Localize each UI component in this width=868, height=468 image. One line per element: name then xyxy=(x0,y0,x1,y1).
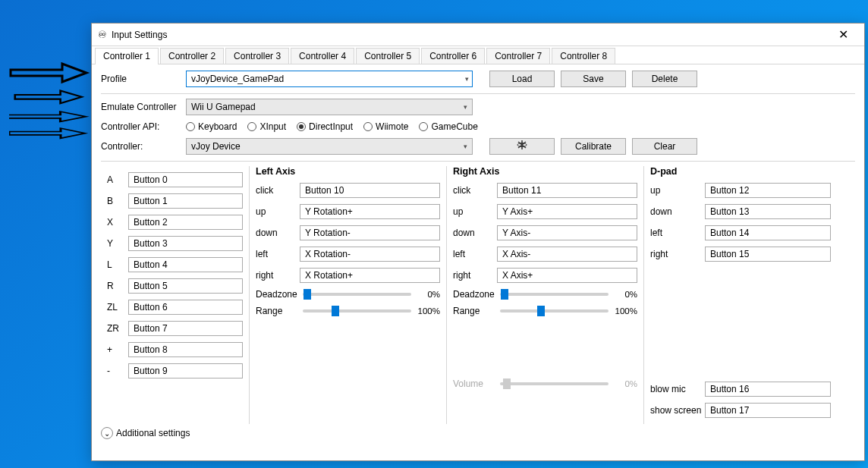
right-axis-binding-down[interactable]: Y Axis- xyxy=(497,225,637,240)
profile-input[interactable] xyxy=(190,73,465,85)
right-axis-binding-right[interactable]: X Axis+ xyxy=(497,268,637,283)
chevron-down-icon: ▾ xyxy=(464,143,467,150)
binding-label: up xyxy=(650,185,705,196)
binding-row: downButton 13 xyxy=(650,204,831,219)
binding-label: down xyxy=(256,228,300,238)
right-range-slider[interactable]: Range 100% xyxy=(453,306,637,316)
binding-box-zr[interactable]: Button 7 xyxy=(128,321,243,336)
left-axis-binding-down[interactable]: Y Rotation- xyxy=(300,225,440,240)
binding-row: rightX Axis+ xyxy=(453,268,637,283)
right-axis-binding-left[interactable]: X Axis- xyxy=(497,247,637,262)
controller-combobox[interactable]: vJoy Device ▾ xyxy=(186,138,473,155)
binding-box-+[interactable]: Button 8 xyxy=(128,342,243,357)
binding-label: left xyxy=(650,228,705,238)
binding-box-a[interactable]: Button 0 xyxy=(128,172,243,187)
controller-row: Controller: vJoy Device ▾ Calibrate Clea… xyxy=(101,138,855,155)
binding-row: AButton 0 xyxy=(107,172,243,187)
window-title: Input Settings xyxy=(112,30,828,40)
tab-controller-7[interactable]: Controller 7 xyxy=(486,48,550,64)
tab-controller-4[interactable]: Controller 4 xyxy=(291,48,354,64)
binding-label: right xyxy=(256,270,300,281)
dpad-column: D-pad upButton 12downButton 13leftButton… xyxy=(643,166,837,424)
right-deadzone-slider[interactable]: Deadzone 0% xyxy=(453,289,637,300)
binding-label: A xyxy=(107,174,128,185)
api-radio-wiimote[interactable]: Wiimote xyxy=(363,121,408,132)
dpad-binding-right[interactable]: Button 15 xyxy=(705,247,831,262)
binding-row: show screenButton 17 xyxy=(650,403,831,418)
emulate-value: Wii U Gamepad xyxy=(191,102,256,112)
rumble-button[interactable] xyxy=(489,138,555,155)
tab-controller-1[interactable]: Controller 1 xyxy=(95,48,159,64)
clear-button[interactable]: Clear xyxy=(632,138,697,155)
right-axis-binding-up[interactable]: Y Axis+ xyxy=(497,204,637,219)
dpad-binding-down[interactable]: Button 13 xyxy=(705,204,831,219)
binding-row: rightX Rotation+ xyxy=(256,268,440,283)
api-radio-directinput[interactable]: DirectInput xyxy=(297,121,353,132)
emulate-label: Emulate Controller xyxy=(101,102,180,112)
right-axis-column: Right Axis clickButton 11upY Axis+downY … xyxy=(446,166,643,424)
load-button[interactable]: Load xyxy=(489,71,555,87)
binding-row: upButton 12 xyxy=(650,183,831,198)
content-area: Profile ▾ Load Save Delete Emulate Contr… xyxy=(92,64,864,460)
left-range-slider[interactable]: Range 100% xyxy=(256,306,440,316)
left-deadzone-slider[interactable]: Deadzone 0% xyxy=(256,289,440,300)
binding-label: up xyxy=(256,206,300,217)
binding-label: - xyxy=(107,366,128,376)
app-icon: ♾ xyxy=(98,29,107,40)
tab-controller-3[interactable]: Controller 3 xyxy=(225,48,289,64)
delete-button[interactable]: Delete xyxy=(632,71,697,87)
api-radio-xinput[interactable]: XInput xyxy=(247,121,286,132)
binding-label: down xyxy=(453,228,497,238)
binding-row: -Button 9 xyxy=(107,363,243,378)
profile-combobox[interactable]: ▾ xyxy=(186,71,473,87)
right-axis-binding-click[interactable]: Button 11 xyxy=(497,183,637,198)
binding-row: leftButton 14 xyxy=(650,225,831,240)
left-axis-binding-left[interactable]: X Rotation- xyxy=(300,247,440,262)
binding-label: Y xyxy=(107,238,128,249)
profile-row: Profile ▾ Load Save Delete xyxy=(101,71,855,87)
vibration-icon xyxy=(516,139,528,151)
binding-box-l[interactable]: Button 4 xyxy=(128,257,243,272)
binding-box-y[interactable]: Button 3 xyxy=(128,236,243,251)
close-button[interactable]: ✕ xyxy=(828,24,858,46)
binding-box-r[interactable]: Button 5 xyxy=(128,278,243,294)
binding-row: +Button 8 xyxy=(107,342,243,357)
emulate-combobox[interactable]: Wii U Gamepad ▾ xyxy=(186,99,473,115)
left-axis-binding-right[interactable]: X Rotation+ xyxy=(300,268,440,283)
binding-row: upY Axis+ xyxy=(453,204,637,219)
binding-row: ZLButton 6 xyxy=(107,300,243,315)
tab-controller-6[interactable]: Controller 6 xyxy=(421,48,485,64)
dpad-binding-up[interactable]: Button 12 xyxy=(705,183,831,198)
api-radio-gamecube[interactable]: GameCube xyxy=(419,121,477,132)
extra-binding-show screen[interactable]: Button 17 xyxy=(705,403,831,418)
binding-box--[interactable]: Button 9 xyxy=(128,363,243,378)
binding-label: ZL xyxy=(107,302,128,313)
binding-box-zl[interactable]: Button 6 xyxy=(128,300,243,315)
calibrate-button[interactable]: Calibrate xyxy=(561,138,626,155)
binding-row: YButton 3 xyxy=(107,236,243,251)
binding-label: click xyxy=(453,185,497,196)
radio-icon xyxy=(247,122,256,131)
binding-box-b[interactable]: Button 1 xyxy=(128,193,243,209)
binding-row: leftX Axis- xyxy=(453,247,637,262)
radio-icon xyxy=(363,122,373,131)
dpad-binding-left[interactable]: Button 14 xyxy=(705,225,831,240)
api-radio-group: KeyboardXInputDirectInputWiimoteGameCube xyxy=(186,121,478,132)
binding-box-x[interactable]: Button 2 xyxy=(128,215,243,230)
tab-controller-8[interactable]: Controller 8 xyxy=(552,48,615,64)
api-radio-keyboard[interactable]: Keyboard xyxy=(186,121,237,132)
save-button[interactable]: Save xyxy=(561,71,626,87)
extra-binding-blow mic[interactable]: Button 16 xyxy=(705,382,831,397)
binding-row: RButton 5 xyxy=(107,278,243,294)
chevron-down-icon: ▾ xyxy=(465,75,469,83)
right-axis-heading: Right Axis xyxy=(453,166,637,177)
tab-controller-2[interactable]: Controller 2 xyxy=(160,48,224,64)
left-axis-binding-up[interactable]: Y Rotation+ xyxy=(300,204,440,219)
binding-row: blow micButton 16 xyxy=(650,382,831,397)
tab-controller-5[interactable]: Controller 5 xyxy=(356,48,420,64)
additional-settings-toggle[interactable]: ⌄ Additional settings xyxy=(101,427,855,439)
binding-row: leftX Rotation- xyxy=(256,247,440,262)
binding-label: ZR xyxy=(107,323,128,334)
binding-row: downY Rotation- xyxy=(256,225,440,240)
left-axis-binding-click[interactable]: Button 10 xyxy=(300,183,440,198)
